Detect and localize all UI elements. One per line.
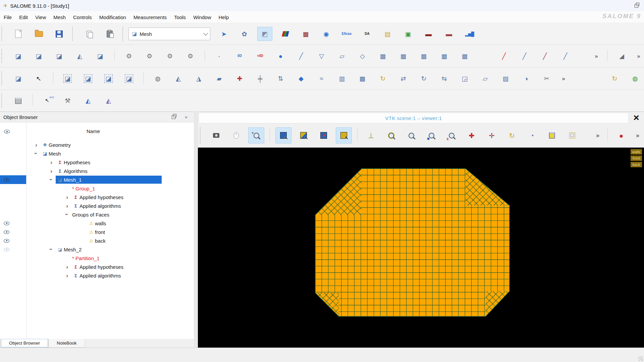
global-pan-button[interactable] <box>443 127 460 143</box>
expand-arrow-icon[interactable] <box>63 264 71 270</box>
menu-measurements[interactable]: Measurements <box>130 11 170 23</box>
symmetry-button[interactable]: ⇆ <box>437 71 452 85</box>
selection-filter-button[interactable]: ◭ <box>101 94 116 108</box>
add-node-on-segment-button[interactable]: ✚ <box>232 71 247 85</box>
front-view-button[interactable] <box>544 127 560 143</box>
visibility-toggle[interactable] <box>0 175 26 184</box>
dump-view-button[interactable] <box>208 127 224 143</box>
visibility-toggle[interactable] <box>0 262 26 271</box>
eficas-module-button[interactable]: Eficas <box>339 27 354 41</box>
display-edited-button[interactable]: ◪ <box>121 71 137 85</box>
save-document-button[interactable] <box>52 27 67 41</box>
visibility-toggle[interactable] <box>0 167 26 175</box>
close-dock-button[interactable]: × <box>181 113 191 121</box>
tree-item-walls[interactable]: walls <box>0 219 194 228</box>
union-of-triangles-button[interactable]: ◮ <box>191 71 206 85</box>
vtk-viewport[interactable]: walls front back <box>198 147 644 348</box>
visibility-toggle[interactable] <box>0 236 26 245</box>
tree-item-mesh[interactable]: Mesh <box>0 149 194 158</box>
visibility-toggle[interactable] <box>0 201 26 210</box>
more-toolbar-button[interactable]: » <box>593 127 602 143</box>
convert-quadratic-button[interactable]: ◑ <box>519 71 534 85</box>
fit-all-button[interactable] <box>383 127 399 143</box>
quadratic-quadrangle-button[interactable]: ╱ <box>537 49 552 63</box>
edge-element-button[interactable]: ╱ <box>293 49 309 63</box>
tab-notebook[interactable]: NoteBook <box>48 339 85 348</box>
expand-arrow-icon[interactable] <box>63 203 71 209</box>
biquadratic-element-button[interactable]: ╱ <box>558 49 573 63</box>
float-dock-button[interactable] <box>168 113 178 121</box>
compute-button[interactable]: ⚙ <box>121 49 137 63</box>
tetrahedron-button[interactable]: ▦ <box>375 49 390 63</box>
tab-object-browser[interactable]: Object Browser <box>1 339 48 348</box>
expand-arrow-icon[interactable] <box>63 194 71 200</box>
display-hypothesis-button[interactable]: ◪ <box>80 71 96 85</box>
node-button[interactable]: · <box>212 49 227 63</box>
plot-module-button[interactable]: ▂▅█ <box>462 27 477 41</box>
clipping-button[interactable] <box>564 127 580 143</box>
expand-arrow-icon[interactable] <box>63 212 71 218</box>
open-document-button[interactable] <box>31 27 46 41</box>
visibility-toggle[interactable] <box>0 228 26 236</box>
hexablock-module-button[interactable]: ▣ <box>400 27 416 41</box>
visibility-toggle[interactable] <box>0 140 26 149</box>
visibility-toggle[interactable] <box>0 210 26 219</box>
tree-item-applied-algorithms-1[interactable]: Applied algorithms <box>0 201 194 210</box>
point-selection-button[interactable] <box>275 127 291 143</box>
expand-arrow-icon[interactable] <box>32 142 41 148</box>
mesh-information-button[interactable]: ◪ <box>11 71 26 85</box>
scale-button[interactable]: ◲ <box>457 71 472 85</box>
move-node-button[interactable]: ◍ <box>150 71 165 85</box>
yacs-module-button[interactable]: ▦ <box>298 27 313 41</box>
visibility-toggle[interactable] <box>0 193 26 201</box>
pentahedron-button[interactable]: ▦ <box>416 49 431 63</box>
elem0d-button[interactable]: 0D <box>232 49 247 63</box>
tree-item-applied-hypotheses-2[interactable]: Applied hypotheses <box>0 262 194 271</box>
menu-view[interactable]: View <box>32 11 50 23</box>
more-toolbar-button[interactable]: » <box>635 49 643 63</box>
create-submesh-button[interactable]: ◪ <box>31 49 46 63</box>
build-compound-button[interactable]: ◭ <box>72 49 87 63</box>
mesh-order-button[interactable]: ⚙ <box>162 49 177 63</box>
interaction-style-button[interactable] <box>228 127 244 143</box>
ball-element-button[interactable]: ● <box>273 49 288 63</box>
transparency-box-button[interactable] <box>11 94 26 108</box>
module-selector-combobox[interactable]: ◪ Mesh <box>128 27 210 40</box>
more-toolbar-button[interactable]: » <box>633 127 642 143</box>
expand-arrow-icon[interactable] <box>47 247 56 252</box>
visibility-toggle[interactable] <box>0 184 26 193</box>
split-edge-button[interactable]: ╪ <box>253 71 268 85</box>
adao-module-button[interactable]: DA <box>360 27 375 41</box>
cut-mesh-button[interactable]: ✂ <box>539 71 554 85</box>
find-element-button[interactable]: ↖ <box>31 71 46 85</box>
visibility-toggle[interactable] <box>0 271 26 280</box>
expand-arrow-icon[interactable] <box>47 177 56 183</box>
homard-module-button[interactable]: ▬ <box>421 27 436 41</box>
copy-mesh-button[interactable]: ◪ <box>93 49 108 63</box>
new-document-button[interactable] <box>11 27 26 41</box>
paravis-module-button[interactable] <box>278 27 293 41</box>
elem0d-on-nodes-button[interactable]: +0D <box>253 49 268 63</box>
visibility-toggle[interactable] <box>0 254 26 262</box>
actor-selection-button[interactable] <box>336 127 352 143</box>
quadrangle-element-button[interactable]: ▱ <box>334 49 350 63</box>
translation-button[interactable]: ⇄ <box>396 71 411 85</box>
extrusion-along-path-button[interactable]: ▩ <box>355 71 370 85</box>
rotate-button[interactable]: ↻ <box>504 127 520 143</box>
polygon-element-button[interactable]: ◇ <box>355 49 370 63</box>
menu-help[interactable]: Help <box>215 11 232 23</box>
wire-sphere-button[interactable]: ◍ <box>628 71 643 85</box>
menu-modification[interactable]: Modification <box>96 11 130 23</box>
rotation-button[interactable]: ↻ <box>416 71 431 85</box>
globe-module-button[interactable]: ◉ <box>319 27 334 41</box>
orientation-button[interactable]: ⇅ <box>273 71 288 85</box>
expand-arrow-icon[interactable] <box>63 273 71 279</box>
reorient-faces-button[interactable]: ◆ <box>293 71 309 85</box>
tree-item-hypotheses[interactable]: Hypotheses <box>0 158 194 167</box>
tree-item-mesh-1[interactable]: Mesh_1 <box>0 175 194 184</box>
tree-item-algorithms[interactable]: Algorithms <box>0 167 194 175</box>
diagonal-inversion-button[interactable]: ◭ <box>171 71 186 85</box>
mesh-module-button[interactable]: ◩ <box>257 27 272 41</box>
change-rotation-point-button[interactable]: ✛ <box>484 127 500 143</box>
evaluate-button[interactable]: ⚙ <box>142 49 157 63</box>
